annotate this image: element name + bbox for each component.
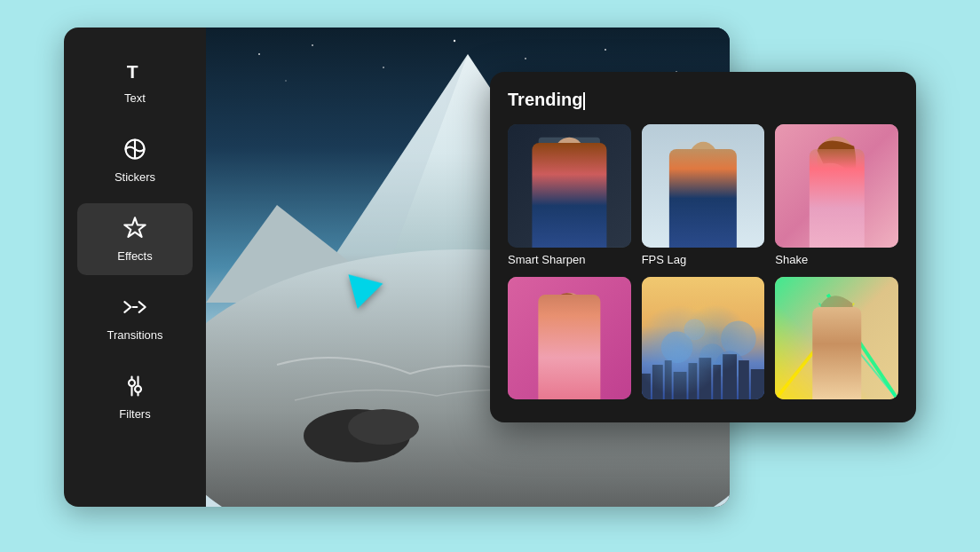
svg-rect-50 [673, 372, 686, 400]
svg-text:T: T [127, 61, 138, 82]
filters-icon [122, 374, 147, 402]
sidebar-item-filters[interactable]: Filters [77, 361, 193, 433]
svg-point-10 [454, 40, 455, 42]
svg-rect-24 [539, 138, 600, 248]
svg-point-14 [285, 80, 287, 82]
svg-rect-38 [508, 277, 631, 400]
trending-panel: Trending [490, 72, 916, 422]
svg-point-43 [699, 343, 724, 368]
trending-title: Trending [508, 90, 898, 110]
effect-item-4[interactable] [508, 277, 631, 406]
svg-point-8 [312, 44, 313, 46]
effect-item-1[interactable]: Smart Sharpen [508, 124, 631, 266]
svg-point-44 [721, 320, 756, 356]
cursor-blink [583, 92, 585, 110]
svg-point-45 [684, 319, 705, 340]
svg-rect-40 [554, 332, 588, 399]
effect-thumbnail-2 [642, 124, 765, 248]
svg-point-11 [525, 58, 526, 59]
effects-grid: Smart Sharpen [508, 124, 898, 405]
sidebar-item-effects[interactable]: Effects [77, 203, 193, 275]
svg-point-7 [258, 53, 260, 55]
sidebar-item-transitions-label: Transitions [107, 328, 162, 342]
svg-rect-57 [775, 277, 898, 400]
effect-thumbnail-3 [775, 124, 898, 248]
svg-rect-27 [545, 203, 563, 248]
effect-label-2: FPS Lag [642, 253, 765, 266]
effect-item-2[interactable]: FPS Lag [642, 124, 765, 266]
effect-thumbnail-6 [775, 277, 898, 400]
svg-point-9 [383, 67, 384, 68]
svg-rect-23 [508, 124, 631, 248]
svg-point-39 [552, 292, 588, 335]
svg-rect-26 [548, 172, 592, 220]
effect-thumbnail-4 [508, 277, 631, 400]
svg-point-46 [715, 351, 744, 379]
svg-rect-56 [750, 369, 764, 400]
svg-rect-28 [576, 203, 594, 248]
text-icon: T [122, 58, 147, 86]
svg-rect-30 [676, 142, 729, 248]
sidebar-item-filters-label: Filters [119, 407, 150, 421]
svg-rect-53 [713, 365, 721, 400]
effect-label-1: Smart Sharpen [508, 253, 631, 266]
sidebar-item-text[interactable]: T Text [77, 45, 193, 117]
sidebar-item-transitions[interactable]: Transitions [77, 282, 193, 354]
svg-rect-41 [642, 277, 765, 400]
effect-thumbnail-5 [642, 277, 765, 400]
sidebar-item-text-label: Text [124, 91, 146, 105]
svg-point-31 [689, 142, 717, 174]
svg-line-61 [819, 303, 898, 399]
stickers-icon [122, 137, 147, 165]
sidebar: T Text Stickers [64, 28, 206, 507]
main-container: T Text Stickers [64, 28, 916, 524]
effect-label-3: Shake [775, 253, 898, 266]
svg-rect-32 [684, 172, 723, 217]
svg-rect-48 [652, 365, 663, 400]
sidebar-item-stickers-label: Stickers [115, 170, 155, 184]
effect-item-3[interactable]: Shake [775, 124, 898, 266]
svg-point-25 [554, 138, 586, 173]
svg-point-22 [348, 409, 419, 445]
sidebar-item-effects-label: Effects [117, 249, 153, 263]
svg-line-59 [775, 303, 854, 399]
svg-line-60 [828, 294, 898, 399]
effect-item-6[interactable] [775, 277, 898, 406]
svg-rect-51 [688, 363, 697, 400]
svg-point-12 [605, 49, 606, 51]
svg-rect-63 [821, 333, 855, 399]
effects-icon [122, 216, 147, 244]
svg-rect-49 [664, 360, 671, 400]
svg-rect-37 [821, 178, 857, 247]
effect-item-5[interactable] [642, 277, 765, 406]
sidebar-item-stickers[interactable]: Stickers [77, 124, 193, 196]
svg-rect-54 [723, 354, 737, 400]
transitions-icon [122, 295, 147, 323]
svg-rect-55 [739, 360, 749, 400]
svg-rect-52 [699, 358, 711, 400]
svg-point-62 [820, 296, 854, 335]
svg-rect-33 [682, 201, 698, 248]
effect-thumbnail-1 [508, 124, 631, 248]
svg-line-58 [775, 311, 845, 399]
svg-rect-34 [708, 201, 724, 248]
svg-rect-47 [642, 374, 651, 400]
svg-point-42 [660, 331, 692, 363]
